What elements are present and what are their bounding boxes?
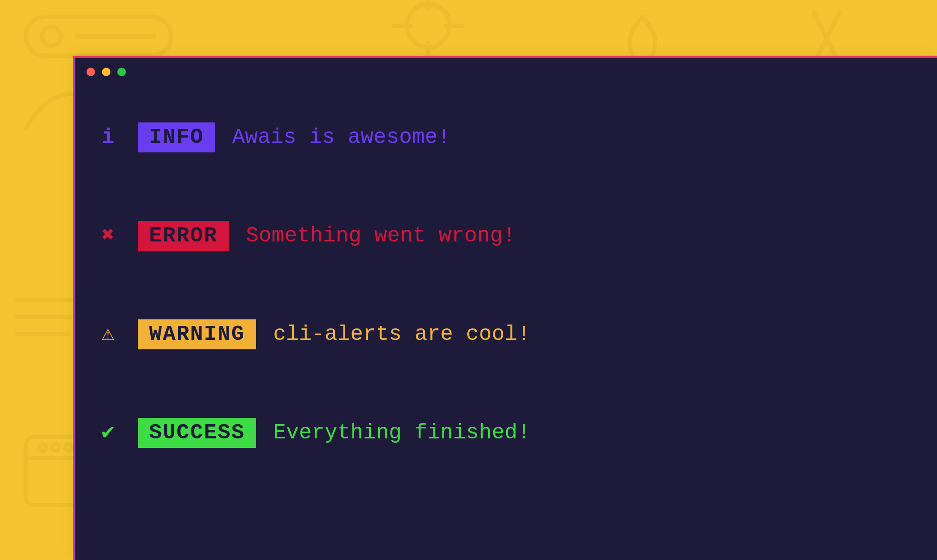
alert-line-success: ✔ SUCCESS Everything finished!: [95, 418, 917, 448]
warning-badge: WARNING: [138, 319, 256, 349]
svg-point-7: [52, 444, 59, 451]
info-badge: INFO: [138, 122, 215, 152]
success-badge: SUCCESS: [138, 418, 256, 448]
terminal-window: i INFO Awais is awesome! ✖ ERROR Somethi…: [73, 56, 937, 560]
warning-icon: ⚠: [95, 324, 121, 345]
window-minimize-button[interactable]: [102, 68, 110, 76]
success-message: Everything finished!: [273, 422, 530, 444]
svg-rect-0: [26, 17, 171, 56]
window-zoom-button[interactable]: [117, 68, 126, 76]
warning-message: cli-alerts are cool!: [273, 324, 530, 345]
success-icon: ✔: [95, 422, 121, 444]
info-message: Awais is awesome!: [232, 127, 451, 148]
window-traffic-lights: [87, 68, 126, 76]
error-icon: ✖: [95, 225, 121, 247]
window-close-button[interactable]: [87, 68, 95, 76]
alert-line-warning: ⚠ WARNING cli-alerts are cool!: [95, 319, 917, 349]
svg-point-8: [65, 444, 72, 451]
error-badge: ERROR: [138, 221, 229, 251]
svg-point-3: [407, 4, 450, 47]
terminal-output: i INFO Awais is awesome! ✖ ERROR Somethi…: [95, 122, 917, 560]
svg-point-6: [39, 444, 46, 451]
alert-line-info: i INFO Awais is awesome!: [95, 122, 917, 152]
svg-point-1: [42, 27, 61, 46]
info-icon: i: [95, 127, 121, 148]
alert-line-error: ✖ ERROR Something went wrong!: [95, 221, 917, 251]
error-message: Something went wrong!: [246, 225, 516, 247]
